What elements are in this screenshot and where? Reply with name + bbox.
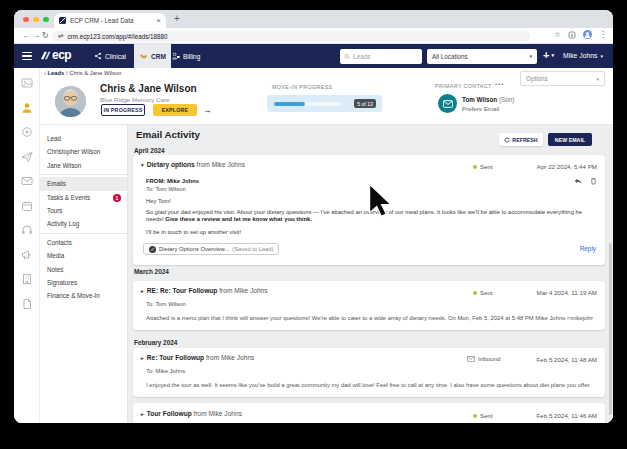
close-window-button[interactable]: [23, 17, 29, 23]
building-icon[interactable]: [21, 273, 33, 285]
reply-link[interactable]: Reply: [580, 245, 596, 252]
breadcrumb[interactable]: ‹ Leads / Chris & Jane Wilson: [44, 70, 121, 76]
back-icon[interactable]: ←: [22, 31, 30, 40]
collapse-icon[interactable]: ▾: [141, 162, 144, 168]
send-icon[interactable]: [21, 151, 33, 163]
email-summary-row[interactable]: ▾Dietary options from Mike Johns: [141, 161, 245, 168]
new-email-button[interactable]: NEW EMAIL: [548, 133, 592, 146]
expand-icon[interactable]: ▸: [141, 411, 144, 417]
sidebar-divider: [40, 233, 127, 234]
email-icon[interactable]: [21, 175, 33, 187]
tab-billing[interactable]: Billing: [167, 44, 205, 68]
photo-icon[interactable]: [21, 77, 33, 89]
lead-photo: [55, 86, 86, 117]
bookmark-icon[interactable]: ☆: [554, 31, 561, 39]
tab-crm[interactable]: CRM: [134, 44, 171, 68]
email-card: ▸RE: Re: Tour Followup from Mike Johns S…: [133, 281, 605, 330]
target-icon[interactable]: [21, 126, 33, 138]
zoom-window-button[interactable]: [43, 17, 49, 23]
sidebar-item-christopher-wilson[interactable]: Christopher Wilson: [40, 145, 127, 158]
lead-person-icon[interactable]: [21, 102, 33, 114]
hamburger-menu-icon[interactable]: [22, 52, 32, 60]
calendar-icon[interactable]: [21, 200, 33, 212]
sidebar-item-contacts[interactable]: Contacts: [40, 236, 127, 249]
sidebar-item-notes[interactable]: Notes: [40, 263, 127, 276]
site-settings-icon[interactable]: ⇄: [58, 32, 63, 40]
tab-clinical-label: Clinical: [105, 53, 126, 60]
app-body: ‹ Leads / Chris & Jane Wilson Chris & Ja…: [14, 68, 613, 423]
global-search[interactable]: [340, 49, 422, 64]
email-closing: I'll be in touch to set up another visit…: [146, 229, 591, 236]
search-input[interactable]: [353, 53, 418, 60]
back-chevron-icon[interactable]: ‹: [44, 70, 46, 76]
refresh-button[interactable]: REFRESH: [499, 133, 543, 146]
refresh-icon: [504, 137, 510, 143]
forward-icon[interactable]: →: [32, 31, 40, 40]
trash-icon[interactable]: [590, 177, 597, 185]
ecp-logo-mark-icon: [38, 49, 51, 62]
explore-button[interactable]: EXPLORE: [153, 104, 197, 116]
user-name: Mike Johns: [563, 52, 597, 59]
in-progress-button[interactable]: IN PROGRESS: [101, 104, 145, 116]
url-omnibox[interactable]: ⇄ crm.ecp123.com/app/#/leads/18880: [52, 31, 530, 42]
browser-profile-avatar[interactable]: [583, 30, 592, 39]
document-icon[interactable]: [21, 298, 33, 310]
browser-tab[interactable]: ECP CRM - Lead Data ×: [54, 13, 166, 28]
email-greeting: Hey Tom!: [146, 198, 591, 205]
sidebar-item-tours[interactable]: Tours: [40, 204, 127, 217]
sidebar-item-tasks-events[interactable]: Tasks & Events1: [40, 191, 127, 204]
crm-handshake-icon: [139, 52, 148, 61]
move-in-progress-label: MOVE-IN PROGRESS: [272, 84, 333, 90]
sidebar-item-activity-log[interactable]: Activity Log: [40, 217, 127, 230]
lead-community: Blue Ridge Memory Care: [100, 96, 169, 103]
email-summary-row[interactable]: ▸RE: Re: Tour Followup from Mike Johns: [141, 287, 268, 294]
stage-arrow-icon[interactable]: →: [203, 105, 212, 115]
sidebar-item-finance-move-in[interactable]: Finance & Move-In: [40, 289, 127, 302]
ecp-logo-text: ecp: [52, 48, 71, 62]
breadcrumb-root[interactable]: Leads: [48, 70, 65, 76]
primary-contact-preference: Prefers Email: [462, 105, 499, 112]
sidebar-item-lead[interactable]: Lead: [40, 132, 127, 145]
headset-icon[interactable]: [21, 224, 33, 236]
primary-contact-avatar[interactable]: [438, 94, 457, 113]
month-header: March 2024: [134, 268, 169, 275]
ecp-logo[interactable]: ecp: [38, 48, 71, 62]
email-summary-row[interactable]: ▸Tour Followup from Mike Johns: [141, 410, 242, 417]
screenshot-stage: ECP CRM - Lead Data × + ← → ↻ ⇄ crm.ecp1…: [0, 0, 627, 449]
chevron-down-icon: ▾: [551, 52, 554, 58]
attachment-note: (Saved to Lead): [232, 246, 273, 252]
lead-name: Chris & Jane Wilson: [100, 83, 197, 94]
sidebar-item-jane-wilson[interactable]: Jane Wilson: [40, 159, 127, 172]
new-tab-button[interactable]: +: [174, 13, 180, 24]
app-top-nav: ecp Clinical CRM Billing All Locations ▾: [14, 44, 613, 68]
move-in-progress-widget[interactable]: 5 of 13: [267, 95, 382, 112]
expand-icon[interactable]: ▸: [141, 355, 144, 361]
sidebar-item-signatures[interactable]: Signatures: [40, 276, 127, 289]
options-select[interactable]: Options ▾: [520, 71, 605, 86]
browser-menu-icon[interactable]: ⋮: [599, 31, 607, 39]
expand-icon[interactable]: ▸: [141, 288, 144, 294]
tab-clinical[interactable]: Clinical: [89, 44, 131, 68]
email-from-line: FROM: Mike Johns: [146, 178, 593, 184]
primary-contact-more-icon[interactable]: •••: [495, 81, 504, 87]
megaphone-icon[interactable]: [21, 249, 33, 261]
reload-icon[interactable]: ↻: [42, 31, 49, 40]
reply-icon[interactable]: [574, 178, 582, 185]
attachment-chip[interactable]: ✓ Dietary Options Overview... (Saved to …: [143, 243, 279, 255]
lead-photo-avatar[interactable]: [55, 86, 86, 117]
email-status: Sent: [473, 163, 493, 170]
save-icon[interactable]: [568, 31, 576, 39]
email-card: ▸Tour Followup from Mike Johns Sent Feb …: [133, 403, 605, 423]
scrollbar[interactable]: [609, 243, 612, 415]
user-menu[interactable]: Mike Johns ▾: [563, 52, 603, 59]
email-summary-row[interactable]: ▸Re: Tour Followup from Mike Johns: [141, 354, 254, 361]
quick-add-button[interactable]: + ▾: [543, 49, 554, 61]
sidebar-item-emails[interactable]: Emails: [40, 177, 127, 190]
minimize-window-button[interactable]: [33, 17, 39, 23]
close-tab-icon[interactable]: ×: [156, 17, 161, 25]
browser-window: ECP CRM - Lead Data × + ← → ↻ ⇄ crm.ecp1…: [14, 10, 613, 423]
chevron-down-icon: ▾: [600, 53, 603, 59]
sidebar-item-media[interactable]: Media: [40, 249, 127, 262]
tab-title: ECP CRM - Lead Data: [70, 17, 152, 24]
location-select[interactable]: All Locations ▾: [427, 49, 537, 64]
